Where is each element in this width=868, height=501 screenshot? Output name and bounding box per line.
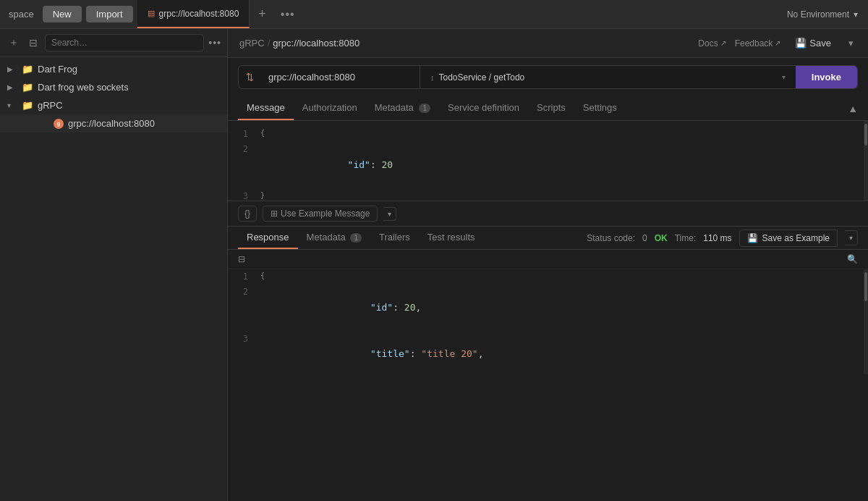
- json-value: 20: [404, 302, 416, 313]
- brace-close: }: [257, 190, 268, 201]
- environment-selector[interactable]: No Environment ▾: [777, 9, 868, 20]
- code-line: 2 "id": 20: [228, 142, 868, 188]
- sidebar-item-grpc-endpoint[interactable]: g grpc://localhost:8080: [0, 114, 227, 132]
- sidebar-item-label: Dart frog web sockets: [38, 82, 129, 93]
- request-actions: Docs ↗ Feedback ↗ 💾 Save ▾: [698, 35, 856, 51]
- tab-authorization[interactable]: Authorization: [294, 96, 366, 120]
- request-code-editor[interactable]: 1 { 2 "id": 20 3 }: [228, 121, 868, 201]
- method-selector[interactable]: ↕ TodoService / getTodo ▾: [420, 67, 796, 88]
- save-as-example-button[interactable]: 💾 Save as Example: [739, 230, 838, 247]
- tab-metadata[interactable]: Metadata 1: [366, 96, 439, 120]
- url-bar: ⇅ ↕ TodoService / getTodo ▾ Invoke: [238, 65, 858, 89]
- method-sort-icon: ↕: [430, 73, 435, 82]
- tab-grpc[interactable]: ▤ grpc://localhost:8080: [137, 0, 250, 28]
- response-line: 3 "title": "title 20",: [228, 332, 868, 374]
- sidebar-item-label: gRPC: [38, 100, 63, 111]
- sidebar-item-dart-frog[interactable]: ▶ 📁 Dart Frog: [0, 60, 227, 78]
- json-value: "title 20": [421, 348, 477, 359]
- editor-scrollbar[interactable]: [864, 121, 868, 201]
- new-button[interactable]: New: [43, 6, 82, 22]
- import-button[interactable]: Import: [86, 6, 133, 22]
- response-tabs-bar: Response Metadata 1 Trailers Test result…: [228, 227, 868, 250]
- sidebar-toolbar: ＋ ⊟ •••: [0, 29, 227, 57]
- code-line: 3 }: [228, 189, 868, 201]
- tab-settings[interactable]: Settings: [574, 96, 626, 120]
- example-chevron-button[interactable]: ▾: [383, 207, 396, 221]
- response-search-button[interactable]: 🔍: [847, 254, 858, 264]
- external-link-icon: ↗: [775, 39, 780, 47]
- editor-area: 1 { 2 "id": 20 3 }: [228, 121, 868, 501]
- json-colon: :: [410, 348, 422, 359]
- response-tab-test-results[interactable]: Test results: [419, 227, 484, 249]
- code-format-button[interactable]: {}: [238, 206, 257, 222]
- json-key: "id": [359, 302, 393, 313]
- response-line: 2 "id": 20,: [228, 285, 868, 331]
- breadcrumb: gRPC / grpc://localhost:8080: [239, 38, 359, 49]
- sidebar-item-dart-frog-ws[interactable]: ▶ 📁 Dart frog web sockets: [0, 78, 227, 96]
- tabs-collapse-icon[interactable]: ▲: [848, 103, 858, 114]
- sidebar-add-button[interactable]: ＋: [6, 33, 22, 52]
- save-example-chevron-button[interactable]: ▾: [845, 230, 858, 245]
- json-colon: :: [370, 159, 382, 170]
- tab-bar: ▤ grpc://localhost:8080 + •••: [137, 0, 777, 28]
- method-chevron-icon: ▾: [782, 73, 786, 81]
- env-label: No Environment: [787, 9, 849, 20]
- example-icon: ⊞: [271, 209, 278, 219]
- response-scrollbar[interactable]: [864, 269, 868, 374]
- external-link-icon: ↗: [720, 39, 726, 47]
- breadcrumb-current: grpc://localhost:8080: [273, 38, 359, 49]
- content-area: gRPC / grpc://localhost:8080 Docs ↗ Feed…: [228, 29, 868, 501]
- docs-label: Docs: [698, 38, 718, 49]
- sidebar-item-label: grpc://localhost:8080: [68, 118, 155, 129]
- sidebar-search-input[interactable]: [45, 34, 204, 51]
- save-button[interactable]: 💾 Save: [789, 35, 837, 51]
- response-filter-button[interactable]: ⊟: [238, 254, 245, 264]
- tab-add-button[interactable]: +: [250, 7, 275, 22]
- grpc-tab-icon: ▤: [148, 9, 155, 18]
- time-label: Time:: [675, 233, 697, 243]
- url-input[interactable]: [261, 66, 420, 88]
- sidebar-more-button[interactable]: •••: [208, 37, 221, 49]
- grpc-url-icon: ⇅: [239, 66, 261, 88]
- feedback-button[interactable]: Feedback ↗: [735, 38, 781, 49]
- filter-icon: ⊟: [238, 254, 245, 264]
- response-status: Status code: 0 OK Time: 110 ms 💾 Save as…: [587, 230, 858, 247]
- response-tab-trailers[interactable]: Trailers: [370, 227, 419, 249]
- save-example-label: Save as Example: [762, 233, 830, 243]
- request-header: gRPC / grpc://localhost:8080 Docs ↗ Feed…: [228, 29, 868, 58]
- json-key: "title": [359, 348, 409, 359]
- brace-open: {: [257, 270, 268, 282]
- response-line: 1 {: [228, 269, 868, 285]
- save-dropdown-button[interactable]: ▾: [846, 35, 856, 51]
- folder-icon: 📁: [22, 100, 33, 111]
- top-bar: space New Import ▤ grpc://localhost:8080…: [0, 0, 868, 29]
- json-colon: :: [393, 302, 404, 313]
- example-label: Use Example Message: [281, 209, 370, 219]
- tab-service-definition[interactable]: Service definition: [439, 96, 528, 120]
- docs-button[interactable]: Docs ↗: [698, 38, 726, 49]
- line-number: 3: [228, 190, 257, 201]
- search-icon: 🔍: [847, 254, 858, 264]
- tab-label: grpc://localhost:8080: [159, 9, 239, 19]
- response-tab-response[interactable]: Response: [238, 227, 298, 249]
- app-title: space: [0, 9, 43, 20]
- method-label: TodoService / getTodo: [439, 72, 525, 83]
- tab-message[interactable]: Message: [238, 96, 294, 120]
- response-body[interactable]: ⊟ 🔍 1 {: [228, 250, 868, 374]
- sidebar-item-grpc[interactable]: ▾ 📁 gRPC: [0, 96, 227, 114]
- use-example-button[interactable]: ⊞ Use Example Message: [263, 206, 378, 222]
- code-icon: {}: [244, 209, 250, 219]
- env-chevron-icon: ▾: [854, 9, 858, 20]
- sidebar-filter-button[interactable]: ⊟: [26, 34, 41, 51]
- response-tab-metadata[interactable]: Metadata 1: [298, 227, 370, 249]
- breadcrumb-separator: /: [268, 38, 271, 49]
- folder-icon: 📁: [22, 82, 33, 93]
- tab-scripts[interactable]: Scripts: [528, 96, 574, 120]
- line-number: 1: [228, 270, 257, 284]
- tab-more-button[interactable]: •••: [275, 8, 301, 21]
- sidebar-item-label: Dart Frog: [38, 64, 77, 75]
- request-tabs-bar: Message Authorization Metadata 1 Service…: [228, 96, 868, 121]
- save-icon: 💾: [747, 233, 758, 243]
- invoke-button[interactable]: Invoke: [796, 66, 857, 88]
- line-number: 1: [228, 127, 257, 141]
